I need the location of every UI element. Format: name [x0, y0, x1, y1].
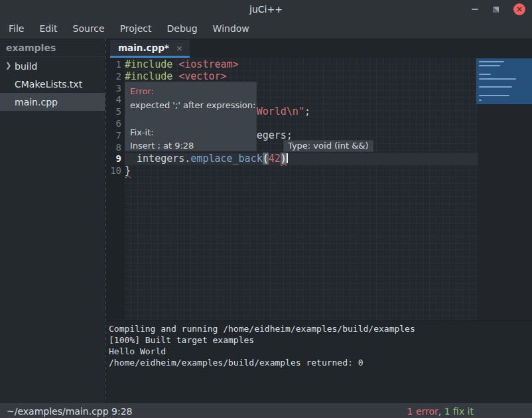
line-number-gutter: 12345678910 [107, 58, 125, 320]
title-bar: juCi++ ✕ [0, 0, 532, 19]
close-icon[interactable]: ✕ [513, 3, 525, 15]
code-token: ; [304, 105, 310, 117]
code-line-9[interactable]: integers.emplace_back(42) [125, 153, 478, 165]
minimap-code-line [479, 61, 504, 62]
tree-item-label: build [15, 61, 37, 72]
code-token: 42 [269, 153, 281, 165]
line-number: 3 [107, 83, 125, 95]
status-fixit-count: 1 fix it [444, 406, 474, 417]
code-token: #include [125, 70, 178, 82]
minimize-icon[interactable] [472, 9, 478, 10]
minimap[interactable] [478, 58, 532, 320]
terminal-output-line: /home/eidheim/examples/build/examples re… [109, 357, 532, 368]
code-token: <iostream> [178, 58, 238, 70]
code-token: } [125, 165, 131, 176]
jucipp-window: juCi++ ✕ FileEditSourceProjectDebugWindo… [0, 0, 532, 418]
status-bar: ~/examples/main.cpp 9:28 1 error, 1 fix … [0, 403, 532, 418]
terminal-output-line: Compiling and running /home/eidheim/exam… [109, 323, 532, 334]
menu-item-source[interactable]: Source [71, 22, 107, 35]
code-line-1[interactable]: #include <iostream> [125, 59, 478, 71]
code-token: ( [263, 153, 269, 165]
diagnostic-tooltip: Error: expected ';' after expression: Fi… [125, 82, 257, 151]
error-message: expected ';' after expression: [130, 99, 251, 113]
chevron-right-icon[interactable]: ❯ [5, 61, 13, 70]
line-number: 1 [107, 59, 125, 71]
status-error-count: 1 error [407, 406, 438, 417]
type-tooltip: Type: void (int &&) [283, 140, 373, 152]
window-controls: ✕ [472, 0, 525, 19]
status-file-location: ~/examples/main.cpp 9:28 [0, 406, 133, 417]
minimap-slider[interactable] [476, 58, 532, 104]
code-line-2[interactable]: #include <vector> [125, 71, 478, 83]
tree-item-main-cpp[interactable]: main.cpp [0, 93, 105, 111]
menu-bar: FileEditSourceProjectDebugWindow [0, 19, 532, 38]
error-title: Error: [130, 85, 251, 99]
code-token: <vector> [178, 70, 226, 82]
menu-item-debug[interactable]: Debug [165, 22, 200, 35]
minimap-code-line [479, 78, 516, 80]
line-number: 7 [107, 130, 125, 142]
minimap-code-line [479, 86, 512, 88]
line-number: 6 [107, 118, 125, 130]
line-number: 5 [107, 106, 125, 118]
status-separator: , [438, 406, 444, 417]
tab-main-cpp[interactable]: main.cpp* × [110, 40, 190, 58]
tab-bar: main.cpp* × [107, 38, 532, 58]
fixit-message: Insert ; at 9:28 [130, 139, 251, 153]
tab-label: main.cpp* [118, 42, 169, 53]
code-editor[interactable]: 12345678910 #include <iostream>#include … [107, 58, 532, 320]
project-name: examples [0, 38, 105, 57]
tree-item-label: CMakeLists.txt [15, 79, 82, 90]
window-title: juCi++ [249, 4, 283, 15]
line-number: 8 [107, 142, 125, 154]
menu-item-window[interactable]: Window [211, 22, 251, 35]
terminal-output-line: Hello World [109, 346, 532, 357]
terminal-output-line: [100%] Built target examples [109, 334, 532, 346]
status-diagnostics: 1 error, 1 fix it [407, 406, 474, 417]
main-area: examples ❯buildCMakeLists.txtmain.cpp ma… [0, 38, 532, 403]
tree-item-cmakelists-txt[interactable]: CMakeLists.txt [0, 75, 105, 93]
menu-item-project[interactable]: Project [118, 22, 154, 35]
code-token: emplace_back [190, 153, 262, 165]
fixit-title: Fix-it: [130, 126, 251, 140]
text-cursor [287, 153, 288, 163]
menu-item-file[interactable]: File [7, 22, 26, 35]
line-number: 10 [107, 165, 125, 177]
tree-item-build[interactable]: ❯build [0, 57, 105, 75]
line-number: 2 [107, 71, 125, 83]
minimap-code-line [479, 100, 482, 101]
tooltip-spacer [130, 112, 251, 126]
minimap-code-line [479, 65, 500, 66]
editor-pane: main.cpp* × 12345678910 #include <iostre… [107, 38, 532, 403]
line-number: 4 [107, 94, 125, 106]
line-number: 9 [107, 153, 125, 165]
minimap-code-line [479, 95, 509, 96]
tree-item-label: main.cpp [15, 97, 58, 107]
build-terminal[interactable]: Compiling and running /home/eidheim/exam… [107, 320, 532, 403]
minimap-code-line [479, 74, 491, 75]
code-token: #include [125, 58, 178, 70]
menu-item-edit[interactable]: Edit [37, 22, 59, 35]
restore-icon[interactable] [493, 7, 499, 13]
code-token: ) [281, 153, 287, 165]
project-tree: examples ❯buildCMakeLists.txtmain.cpp [0, 38, 105, 403]
tab-close-icon[interactable]: × [176, 43, 183, 53]
code-token: integers. [125, 153, 190, 165]
code-line-10[interactable]: } [125, 165, 478, 177]
